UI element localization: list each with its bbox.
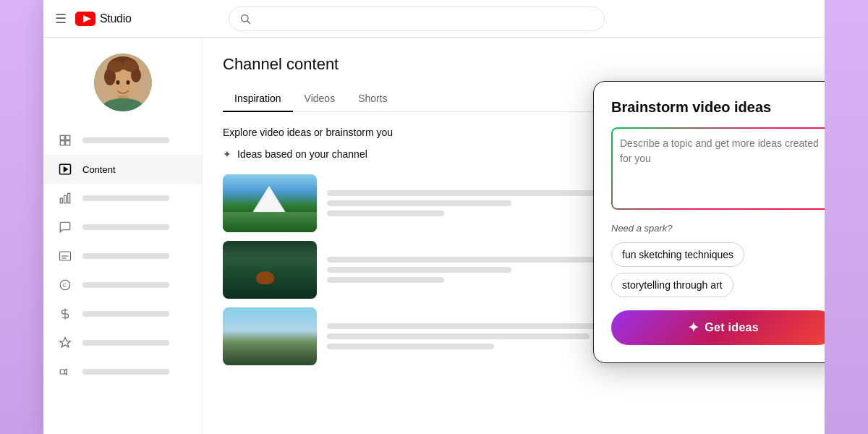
chip-fun-sketching[interactable]: fun sketching techniques [611,242,744,267]
idea-textarea[interactable] [611,127,825,207]
sidebar-item-label [82,369,169,375]
meta-line [327,210,444,216]
meta-line [327,190,595,196]
textarea-wrapper[interactable] [611,127,825,210]
meta-line [327,344,494,349]
topbar: ☰ Studio [43,0,825,38]
sidebar-item-customization[interactable] [43,328,202,357]
svg-rect-23 [68,193,70,203]
analytics-icon [58,191,72,205]
bg-right [825,0,868,434]
get-ideas-label: Get ideas [705,321,759,334]
page-title: Channel content [223,55,804,74]
svg-rect-15 [60,135,64,140]
sparkle-icon: ✦ [223,148,231,160]
tab-videos[interactable]: Videos [293,85,347,111]
avatar-container [43,46,202,126]
svg-point-9 [116,80,119,85]
tab-shorts[interactable]: Shorts [346,85,399,111]
monetization-icon [58,307,72,321]
sidebar-item-comments[interactable] [43,213,202,242]
meta-line [327,267,511,273]
thumb-mountain [223,174,317,232]
audio-icon [58,365,72,379]
svg-point-14 [123,60,137,72]
sidebar-item-label [82,224,169,230]
svg-marker-20 [64,167,68,171]
copyright-icon: C [58,278,72,292]
sidebar-item-label [82,253,169,259]
youtube-icon [75,12,95,26]
brainstorm-title: Brainstorm video ideas [611,99,825,116]
subtitles-icon [58,249,72,263]
svg-rect-30 [60,370,64,374]
meta-line [327,257,595,263]
studio-label: Studio [100,12,132,25]
thumb-hike [223,307,317,365]
sidebar-item-label [82,195,169,201]
comments-icon [58,220,72,234]
spark-chips: fun sketching techniques storytelling th… [611,242,825,297]
brainstorm-panel: Brainstorm video ideas Need a spark? fun… [593,81,825,363]
sidebar-item-label [82,137,169,143]
get-ideas-button[interactable]: ✦ Get ideas [611,310,825,345]
chip-storytelling[interactable]: storytelling through art [611,273,733,297]
customization-icon [58,336,72,350]
search-bar[interactable] [229,7,605,31]
app-container: ☰ Studio [43,0,825,434]
sidebar-item-label [82,311,169,317]
meta-line [327,200,511,206]
svg-rect-17 [60,141,64,145]
video-thumb-2 [223,241,317,299]
sidebar-item-analytics[interactable] [43,184,202,213]
svg-rect-21 [60,198,62,203]
sidebar-nav: Content [43,126,202,386]
sparkle-btn-icon: ✦ [688,320,699,336]
svg-point-13 [109,61,123,72]
thumb-lake [223,241,317,299]
sidebar-item-copyright[interactable]: C [43,271,202,299]
sidebar-item-label [82,282,169,288]
sidebar-item-subtitles[interactable] [43,242,202,271]
svg-point-10 [126,80,129,85]
svg-line-3 [247,21,250,24]
logo-container: Studio [75,12,132,26]
meta-line [327,333,590,339]
sidebar-item-dashboard[interactable] [43,126,202,155]
meta-line [327,277,444,283]
bg-left [0,0,43,434]
need-spark-label: Need a spark? [611,223,825,234]
svg-text:C: C [63,283,67,288]
sidebar-item-content[interactable]: Content [43,155,202,184]
ideas-based-label: Ideas based on your channel [237,148,367,160]
content-icon [58,162,72,176]
tab-inspiration[interactable]: Inspiration [223,85,293,111]
sidebar-item-audio[interactable] [43,357,202,386]
main-body: Content [43,38,825,434]
search-icon [239,13,251,25]
svg-rect-22 [64,195,67,203]
sidebar: Content [43,38,203,434]
svg-rect-16 [66,135,70,140]
dashboard-icon [58,133,72,148]
content-label: Content [82,164,116,175]
menu-icon[interactable]: ☰ [55,11,67,27]
sidebar-item-monetization[interactable] [43,299,202,328]
svg-rect-18 [66,141,70,145]
avatar [94,54,152,111]
sidebar-item-label [82,340,169,346]
video-thumb-1 [223,174,317,232]
content-area: Channel content Inspiration Videos Short… [203,38,825,434]
svg-point-2 [242,14,248,21]
video-thumb-3 [223,307,317,365]
